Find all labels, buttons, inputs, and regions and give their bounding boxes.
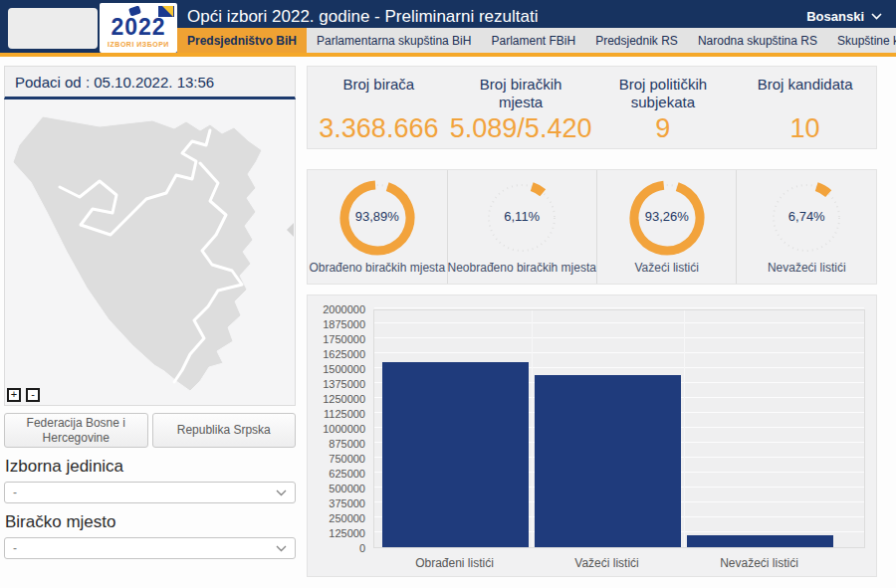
- stat-1: Broj biračkih mjesta5.089/5.420: [450, 67, 592, 148]
- logo-year: 2022: [100, 16, 177, 39]
- stat-0: Broj birača3.368.666: [308, 67, 450, 148]
- x-category-label: Važeći listići: [538, 556, 677, 570]
- y-tick-label: 1625000: [310, 348, 365, 360]
- y-tick-label: 1375000: [310, 378, 365, 390]
- bih-flag-icon: [158, 6, 174, 17]
- sidebar: Podaci od : 05.10.2022. 13:56 + - Federa…: [4, 66, 296, 559]
- y-tick-label: 125000: [310, 527, 365, 539]
- language-label: Bosanski: [806, 9, 864, 24]
- gauge-2: 93,26%Važeći listići: [596, 170, 737, 284]
- language-selector[interactable]: Bosanski: [806, 9, 882, 24]
- gauge-percent: 6,11%: [448, 209, 596, 224]
- stat-label: Broj političkih subjekata: [604, 76, 722, 113]
- gauge-percent: 6,74%: [737, 209, 876, 224]
- map-container[interactable]: + -: [4, 99, 296, 406]
- stat-label: Broj biračkih mjesta: [462, 76, 579, 113]
- y-tick-label: 0: [310, 542, 365, 554]
- gridline: [374, 337, 864, 338]
- biracko-mjesto-label: Biračko mjesto: [5, 512, 296, 532]
- y-tick-label: 1125000: [310, 408, 365, 420]
- logo-caption: IZBORI ИЗБОРИ: [100, 41, 177, 48]
- y-tick-label: 1875000: [310, 318, 365, 330]
- results-area: Broj birača3.368.666Broj biračkih mjesta…: [307, 66, 877, 577]
- entity-button-rs[interactable]: Republika Srpska: [152, 413, 297, 448]
- page-title: Opći izbori 2022. godine - Preliminarni …: [187, 7, 538, 27]
- stat-2: Broj političkih subjekata9: [592, 67, 735, 148]
- gridline: [374, 352, 864, 353]
- entity-buttons: Federacija Bosne i Hercegovine Republika…: [4, 413, 296, 448]
- izborna-jedinica-label: Izborna jedinica: [5, 457, 296, 477]
- stat-value: 9: [655, 113, 670, 144]
- izbori-2022-logo: 2022 IZBORI ИЗБОРИ: [100, 3, 177, 53]
- map-zoom-out-button[interactable]: -: [26, 388, 40, 402]
- secondary-logo-placeholder: [8, 8, 98, 49]
- y-tick-label: 375000: [310, 497, 365, 509]
- summary-stats-panel: Broj birača3.368.666Broj biračkih mjesta…: [307, 66, 877, 149]
- chevron-down-icon: [276, 545, 287, 552]
- tab-5[interactable]: Skupštine kantona u FBiH: [827, 28, 896, 53]
- stat-3: Broj kandidata10: [734, 67, 876, 148]
- gauge-percent: 93,89%: [308, 209, 447, 224]
- stat-label: Broj birača: [343, 76, 415, 113]
- ballots-bar-chart: 0125000250000375000500000625000750000875…: [307, 294, 877, 577]
- y-tick-label: 1250000: [310, 393, 365, 405]
- gauges-panel: 93,89%Obrađeno biračkih mjesta6,11%Neobr…: [307, 169, 877, 285]
- bih-map[interactable]: [5, 99, 295, 404]
- map-zoom-in-button[interactable]: +: [7, 388, 21, 402]
- gauge-percent: 93,26%: [597, 209, 737, 224]
- biracko-mjesto-select[interactable]: -: [4, 537, 296, 559]
- y-tick-label: 875000: [310, 438, 365, 450]
- stat-value: 10: [790, 113, 820, 144]
- bar-0[interactable]: [382, 362, 529, 547]
- y-tick-label: 500000: [310, 483, 365, 494]
- stat-label: Broj kandidata: [758, 76, 853, 113]
- biracko-mjesto-value: -: [13, 541, 17, 555]
- accent-strip: [0, 53, 896, 57]
- gauge-1: 6,11%Neobrađeno biračkih mjesta: [447, 170, 596, 284]
- y-tick-label: 750000: [310, 453, 365, 465]
- gauge-label: Nevažeći listići: [768, 261, 846, 275]
- x-category-label: Nevažeći listići: [690, 556, 829, 570]
- gridline: [374, 307, 864, 308]
- chevron-down-icon: [276, 490, 287, 496]
- sidebar-collapse-handle[interactable]: [287, 223, 294, 237]
- tab-2[interactable]: Parlament FBiH: [481, 28, 585, 53]
- y-tick-label: 1000000: [310, 423, 365, 435]
- izborna-jedinica-value: -: [13, 486, 17, 499]
- gauge-0: 93,89%Obrađeno biračkih mjesta: [308, 170, 447, 284]
- gauge-3: 6,74%Nevažeći listići: [736, 170, 876, 284]
- y-tick-label: 1750000: [310, 333, 365, 345]
- y-tick-label: 625000: [310, 468, 365, 480]
- gauge-label: Važeći listići: [634, 261, 698, 275]
- tab-4[interactable]: Narodna skupština RS: [688, 28, 827, 53]
- tab-0[interactable]: Predsjedništvo BiH: [177, 28, 307, 53]
- stat-value: 5.089/5.420: [450, 113, 592, 144]
- chevron-down-icon: [871, 13, 882, 20]
- data-as-of: Podaci od : 05.10.2022. 13:56: [4, 66, 296, 99]
- gridline-vertical: [684, 310, 685, 547]
- tab-1[interactable]: Parlamentarna skupština BiH: [307, 28, 481, 53]
- tab-3[interactable]: Predsjednik RS: [585, 28, 688, 53]
- entity-button-fbih[interactable]: Federacija Bosne i Hercegovine: [4, 413, 148, 448]
- stat-value: 3.368.666: [319, 113, 438, 144]
- plot-area: [373, 309, 865, 548]
- izborna-jedinica-select[interactable]: -: [4, 482, 296, 503]
- y-tick-label: 250000: [310, 512, 365, 524]
- app-header: 2022 IZBORI ИЗБОРИ Opći izbori 2022. god…: [0, 0, 896, 57]
- gauge-label: Obrađeno biračkih mjesta: [309, 261, 445, 275]
- x-category-label: Obrađeni listići: [385, 556, 525, 570]
- y-tick-label: 2000000: [310, 303, 365, 315]
- gauge-label: Neobrađeno biračkih mjesta: [448, 261, 596, 275]
- bar-1[interactable]: [535, 375, 681, 547]
- gridline-vertical: [532, 310, 533, 547]
- nav-tabbar: Predsjedništvo BiHParlamentarna skupštin…: [177, 28, 896, 53]
- gridline: [374, 322, 864, 323]
- bar-2[interactable]: [687, 535, 833, 547]
- y-tick-label: 1500000: [310, 363, 365, 375]
